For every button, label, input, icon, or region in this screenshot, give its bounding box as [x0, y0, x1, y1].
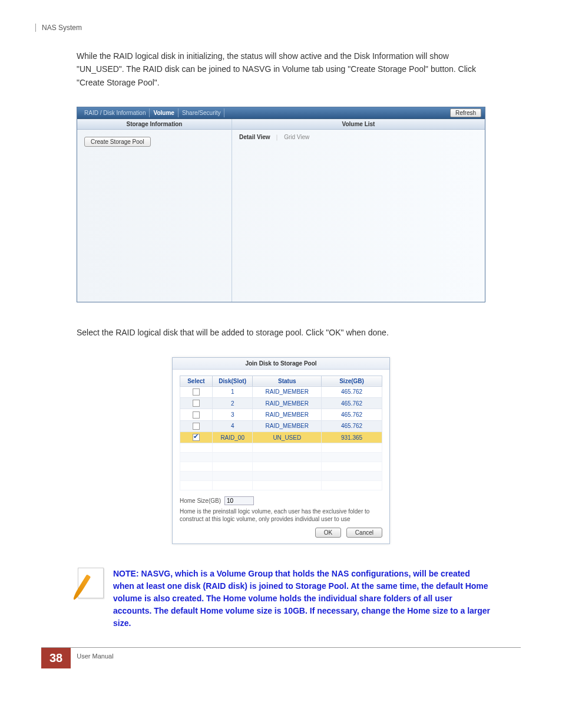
paragraph-2: Select the RAID logical disk that will b…	[77, 326, 485, 339]
home-size-input[interactable]	[224, 496, 254, 505]
volume-list-header: Volume List	[232, 119, 485, 130]
paragraph-1: While the RAID logical disk in initializ…	[77, 50, 485, 89]
home-size-label: Home Size(GB)	[180, 498, 221, 504]
join-disk-dialog: Join Disk to Storage Pool Select Disk(Sl…	[172, 357, 390, 545]
tab-volume[interactable]: Volume	[150, 108, 178, 117]
home-note: Home is the preinstall logic volume, eac…	[180, 508, 382, 523]
note-text: NOTE: NASVG, which is a Volume Group tha…	[113, 568, 491, 630]
row-checkbox[interactable]	[193, 434, 200, 441]
create-storage-pool-button[interactable]: Create Storage Pool	[84, 137, 151, 147]
col-size: Size(GB)	[322, 375, 382, 386]
row-checkbox[interactable]	[193, 411, 200, 419]
footer-label: User Manual	[71, 648, 119, 668]
dialog-title: Join Disk to Storage Pool	[173, 358, 389, 370]
panel-tabbar: RAID / Disk Information Volume Share/Sec…	[77, 107, 485, 119]
tab-raid-disk-info[interactable]: RAID / Disk Information	[81, 108, 150, 117]
ok-button[interactable]: OK	[315, 528, 341, 538]
grid-view-tab[interactable]: Grid View	[282, 134, 312, 140]
detail-view-tab[interactable]: Detail View	[237, 134, 273, 140]
col-disk: Disk(Slot)	[212, 375, 253, 386]
table-row: 3 RAID_MEMBER 465.762	[180, 409, 382, 420]
note-block: NOTE: NASVG, which is a Volume Group tha…	[71, 568, 491, 630]
col-status: Status	[253, 375, 322, 386]
table-row-selected: RAID_00 UN_USED 931.365	[180, 432, 382, 443]
page-footer: 38 User Manual	[41, 647, 521, 668]
table-row: 4 RAID_MEMBER 465.762	[180, 420, 382, 431]
row-checkbox[interactable]	[193, 423, 200, 430]
storage-information-header: Storage Information	[77, 119, 232, 130]
header-title: NAS System	[42, 24, 82, 32]
page-header: NAS System	[35, 24, 527, 32]
refresh-button[interactable]: Refresh	[450, 108, 481, 117]
page-number: 38	[41, 648, 71, 668]
raid-panel: RAID / Disk Information Volume Share/Sec…	[77, 107, 485, 302]
cancel-button[interactable]: Cancel	[346, 528, 382, 538]
table-row: 1 RAID_MEMBER 465.762	[180, 386, 382, 397]
row-checkbox[interactable]	[193, 400, 200, 407]
table-row: 2 RAID_MEMBER 465.762	[180, 397, 382, 409]
col-select: Select	[180, 375, 213, 386]
tab-share-security[interactable]: Share/Security	[178, 108, 225, 117]
row-checkbox[interactable]	[193, 388, 200, 396]
note-icon	[71, 568, 104, 601]
disk-table: Select Disk(Slot) Status Size(GB) 1 RAID…	[180, 375, 382, 491]
